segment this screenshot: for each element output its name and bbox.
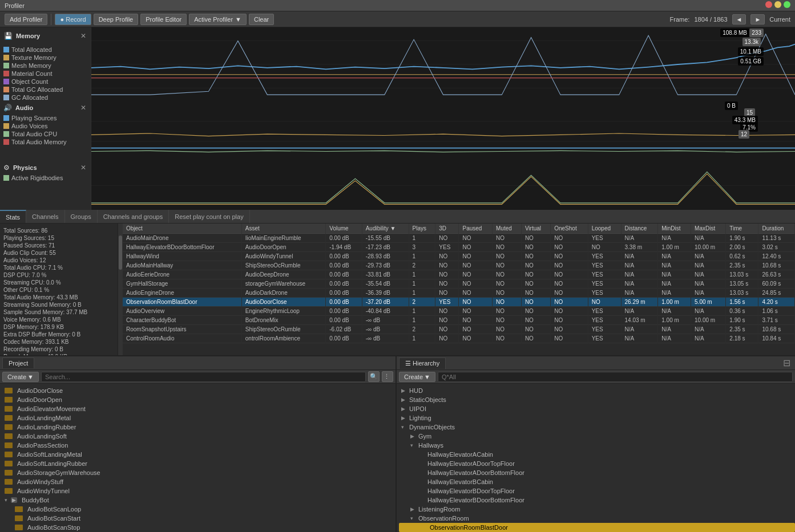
- add-profiler-button[interactable]: Add Profiler: [5, 14, 47, 25]
- audio-table-row[interactable]: CharacterBuddyBotBotDroneMix0.00 dB-∞ dB…: [123, 316, 795, 325]
- audio-graph-close[interactable]: ✕: [79, 104, 87, 112]
- project-file-item[interactable]: AudioDoorClose: [0, 386, 396, 395]
- tab-channels[interactable]: Channels: [26, 210, 64, 223]
- project-file-item[interactable]: AudioBotScanStart: [0, 514, 396, 523]
- audio-graph[interactable]: 0 B 15 43.3 MB 7.1% 12: [91, 101, 795, 161]
- project-layout-button[interactable]: ⋮: [382, 371, 393, 382]
- col-distance[interactable]: Distance: [621, 224, 658, 234]
- audio-table-row[interactable]: ControlRoomAudioontrolRoomAmbience0.00 d…: [123, 334, 795, 343]
- col-paused[interactable]: Paused: [459, 224, 493, 234]
- audio-table-container[interactable]: Object Asset Volume Audibility ▼ Plays 3…: [123, 224, 795, 355]
- project-search-input[interactable]: [41, 372, 366, 382]
- hierarchy-create-button[interactable]: Create ▼: [399, 372, 435, 382]
- col-volume[interactable]: Volume: [326, 224, 362, 234]
- col-3d[interactable]: 3D: [435, 224, 459, 234]
- clear-button[interactable]: Clear: [249, 14, 274, 25]
- physics-close[interactable]: ✕: [79, 164, 87, 172]
- col-muted[interactable]: Muted: [493, 224, 522, 234]
- memory-graph[interactable]: 108.8 MB 233 13.3k 10.1 MB 0.51 GB: [91, 27, 795, 101]
- project-file-item[interactable]: AudioBotScanStop: [0, 523, 396, 532]
- hierarchy-tree-item[interactable]: HallwayElevatorADoorBottomFloor: [397, 468, 795, 477]
- audio-table-row[interactable]: AudioEngineDroneAudioDarkDrone0.00 dB-36…: [123, 289, 795, 298]
- col-plays[interactable]: Plays: [409, 224, 435, 234]
- minimize-button[interactable]: [774, 1, 781, 8]
- audio-table-row[interactable]: AudioOverviewEngineRhythmicLoop0.00 dB-4…: [123, 307, 795, 316]
- project-create-button[interactable]: Create ▼: [2, 372, 39, 382]
- col-time[interactable]: Time: [726, 224, 758, 234]
- prev-frame-button[interactable]: ◄: [732, 14, 746, 25]
- hierarchy-tree-item[interactable]: HallwayElevatorBCabin: [397, 477, 795, 486]
- col-asset[interactable]: Asset: [241, 224, 325, 234]
- hierarchy-tree-item[interactable]: HallwayElevatorBDoorTopFloor: [397, 486, 795, 496]
- audio-table-row[interactable]: AudioMainDroneIioMainEngineRumble0.00 dB…: [123, 234, 795, 243]
- project-file-item[interactable]: AudioLandingMetal: [0, 413, 396, 423]
- audio-table-cell: N/A: [658, 289, 691, 298]
- project-file-item[interactable]: AudioPassSection: [0, 441, 396, 450]
- tab-channels-groups[interactable]: Channels and groups: [98, 210, 170, 223]
- close-button[interactable]: [765, 1, 772, 8]
- audio-table-cell: NO: [459, 307, 493, 316]
- stats-scrollbar-thumb[interactable]: [119, 235, 122, 270]
- deep-profile-button[interactable]: Deep Profile: [94, 14, 139, 25]
- next-frame-button[interactable]: ►: [750, 14, 765, 25]
- audio-table-row[interactable]: HallwayElevatorBDoorBottomFloorAudioDoor…: [123, 243, 795, 252]
- audio-table-row[interactable]: HallwayWindAudioWindyTunnel0.00 dB-28.93…: [123, 252, 795, 261]
- stats-scrollbar[interactable]: [118, 224, 122, 355]
- hierarchy-tree-item[interactable]: ▶Gym: [397, 432, 795, 441]
- col-object[interactable]: Object: [123, 224, 241, 234]
- project-file-item[interactable]: AudioStorageGymWarehouse: [0, 468, 396, 477]
- col-virtual[interactable]: Virtual: [521, 224, 550, 234]
- col-mindist[interactable]: MinDist: [658, 224, 691, 234]
- profile-editor-button[interactable]: Profile Editor: [140, 14, 187, 25]
- audio-table-cell: NO: [459, 316, 493, 325]
- col-oneshot[interactable]: OneShot: [551, 224, 588, 234]
- project-file-item[interactable]: AudioDoorOpen: [0, 395, 396, 404]
- audio-table-cell: 1: [409, 279, 435, 289]
- tab-reset-play[interactable]: Reset play count on play: [169, 210, 249, 223]
- hierarchy-tree-item[interactable]: ▶Lighting: [397, 413, 795, 423]
- tab-stats[interactable]: Stats: [0, 210, 26, 223]
- hierarchy-tree-item[interactable]: ▶HUD: [397, 386, 795, 395]
- project-file-item[interactable]: AudioWindyTunnel: [0, 486, 396, 496]
- hierarchy-collapse-button[interactable]: ⊟: [783, 358, 790, 368]
- project-file-item[interactable]: AudioWindyStuff: [0, 477, 396, 486]
- hierarchy-tree-item[interactable]: ▾ObservationRoom: [397, 514, 795, 523]
- memory-close-button[interactable]: ✕: [79, 32, 87, 40]
- project-file-item[interactable]: AudioSoftLandingRubber: [0, 459, 396, 468]
- hierarchy-tree-item[interactable]: ▾Hallways: [397, 441, 795, 450]
- record-button[interactable]: ● Record: [55, 14, 91, 25]
- col-looped[interactable]: Looped: [588, 224, 621, 234]
- physics-graph[interactable]: [91, 161, 795, 210]
- hierarchy-tree-item[interactable]: ▶UIPOI: [397, 404, 795, 413]
- project-file-item[interactable]: ▾▶BuddyBot: [0, 496, 396, 505]
- audio-table-cell: N/A: [621, 261, 658, 270]
- project-search-button[interactable]: 🔍: [368, 371, 380, 382]
- col-duration[interactable]: Duration: [758, 224, 795, 234]
- hierarchy-tree-item[interactable]: ▾DynamicObjects: [397, 423, 795, 432]
- hierarchy-tree-item[interactable]: HallwayElevatorBDoorBottomFloor: [397, 496, 795, 505]
- memory-tooltip-5: 0.51 GB: [738, 57, 764, 66]
- project-tab[interactable]: Project: [2, 358, 34, 368]
- audio-table-row[interactable]: RoomSnapshotUpstairsShipStereoOcRumble-6…: [123, 325, 795, 334]
- hierarchy-search-input[interactable]: [438, 372, 793, 382]
- audio-table-row[interactable]: AudioEerieDroneAudioDeepDrone0.00 dB-33.…: [123, 270, 795, 279]
- hierarchy-tree-item[interactable]: ▶ListeningRoom: [397, 505, 795, 514]
- hierarchy-tree-item[interactable]: ObservationRoomBlastDoor: [399, 523, 795, 532]
- project-file-item[interactable]: AudioElevatorMovement: [0, 404, 396, 413]
- hierarchy-tree-item[interactable]: HallwayElevatorADoorTopFloor: [397, 459, 795, 468]
- project-file-item[interactable]: AudioBotScanLoop: [0, 505, 396, 514]
- hierarchy-tree-item[interactable]: ▶StaticObjects: [397, 395, 795, 404]
- project-file-item[interactable]: AudioLandingRubber: [0, 423, 396, 432]
- audio-table-row[interactable]: ObservationRoomBlastDoorAudioDoorClose0.…: [123, 298, 795, 307]
- hierarchy-tree-item[interactable]: HallwayElevatorACabin: [397, 450, 795, 459]
- project-file-item[interactable]: AudioSoftLandingMetal: [0, 450, 396, 459]
- col-maxdist[interactable]: MaxDist: [691, 224, 726, 234]
- project-file-item[interactable]: AudioLandingSoft: [0, 432, 396, 441]
- maximize-button[interactable]: [784, 1, 790, 8]
- active-profiler-button[interactable]: Active Profiler ▼: [189, 14, 247, 25]
- tab-groups[interactable]: Groups: [65, 210, 98, 223]
- audio-table-row[interactable]: AudioMainHallwayShipStereoOcRumble0.00 d…: [123, 261, 795, 270]
- audio-table-row[interactable]: GymHallStoragestorageGymWarehouse0.00 dB…: [123, 279, 795, 289]
- hierarchy-tab[interactable]: ☰ Hierarchy: [399, 358, 446, 369]
- col-audibility[interactable]: Audibility ▼: [362, 224, 409, 234]
